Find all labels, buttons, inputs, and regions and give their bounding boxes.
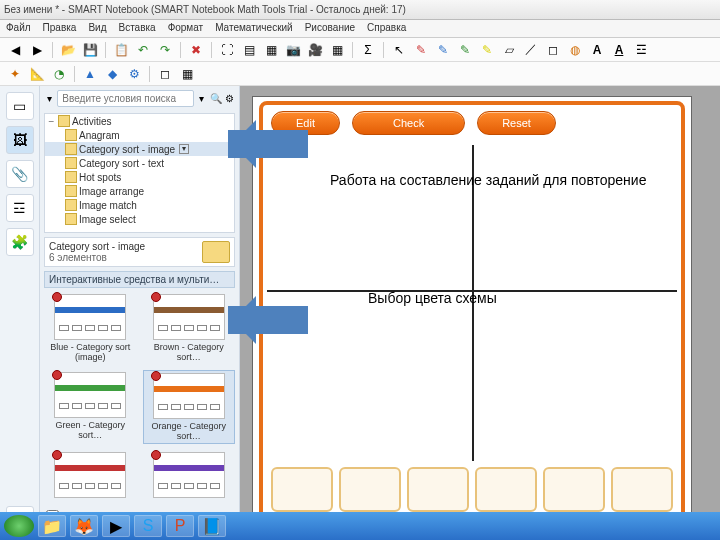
tree-item[interactable]: Image select [45,212,234,226]
fullscreen-icon[interactable]: ⛶ [218,41,236,59]
ruler-icon[interactable]: 📐 [28,65,46,83]
ws-check-button[interactable]: Check [352,111,465,135]
search-go-icon[interactable]: 🔍 [210,92,222,106]
search-settings-icon[interactable]: ⚙ [224,92,235,106]
task-firefox-icon[interactable]: 🦊 [70,515,98,537]
eraser-icon[interactable]: ▱ [500,41,518,59]
sigma-icon[interactable]: Σ [359,41,377,59]
tab-page-sorter[interactable]: ▭ [6,92,34,120]
flash-badge-icon [151,371,161,381]
tree-item[interactable]: Hot spots [45,170,234,184]
graph-icon[interactable]: ▦ [178,65,196,83]
menu-insert[interactable]: Вставка [118,22,155,35]
menu-help[interactable]: Справка [367,22,406,35]
gallery-tree: − Activities AnagramCategory sort - imag… [44,113,235,233]
tab-gallery[interactable]: 🖼 [6,126,34,154]
gallery-thumb[interactable]: Green - Category sort… [44,370,137,444]
shape-icon[interactable]: ◻ [544,41,562,59]
open-icon[interactable]: 📂 [59,41,77,59]
gallery-thumb[interactable]: Orange - Category sort… [143,370,236,444]
dropdown-icon[interactable]: ▾ [196,92,207,106]
dropdown-icon[interactable]: ▾ [179,144,189,154]
task-media-icon[interactable]: ▶ [102,515,130,537]
irregular-icon[interactable]: ◻ [156,65,174,83]
line-icon[interactable]: ／ [522,41,540,59]
nav-next-icon[interactable]: ▶ [28,41,46,59]
folder-icon [58,115,70,127]
collapse-icon[interactable]: − [47,116,56,127]
tab-addons[interactable]: 🧩 [6,228,34,256]
pen-blue-icon[interactable]: ✎ [434,41,452,59]
screenshade-icon[interactable]: ▤ [240,41,258,59]
gallery-thumb[interactable] [44,450,137,502]
ws-cell[interactable] [339,467,401,512]
tree-item[interactable]: Image arrange [45,184,234,198]
mathshape-icon[interactable]: ▲ [81,65,99,83]
worksheet-widget[interactable]: Edit Check Reset [259,101,685,540]
flash-badge-icon [52,370,62,380]
mathshape2-icon[interactable]: ◆ [103,65,121,83]
table-icon[interactable]: ▦ [328,41,346,59]
menu-drawing[interactable]: Рисование [305,22,355,35]
text-icon[interactable]: A [588,41,606,59]
task-powerpoint-icon[interactable]: P [166,515,194,537]
tree-root[interactable]: − Activities [45,114,234,128]
menu-math[interactable]: Математический [215,22,293,35]
ws-cell[interactable] [475,467,537,512]
taskbar: 📁 🦊 ▶ S P 📘 [0,512,720,540]
tree-item[interactable]: Category sort - text [45,156,234,170]
ws-cell[interactable] [611,467,673,512]
tree-item-label: Image arrange [79,186,144,197]
gallery-category-header[interactable]: Интерактивные средства и мульти… [44,271,235,288]
zoom-icon[interactable]: ✦ [6,65,24,83]
page[interactable]: Edit Check Reset [252,96,692,540]
pen-red-icon[interactable]: ✎ [412,41,430,59]
gallery-thumb[interactable] [143,450,236,502]
start-button[interactable] [4,515,34,537]
side-tabs: ▭ 🖼 📎 ☲ 🧩 ↔ [0,86,40,540]
ws-cell[interactable] [271,467,333,512]
capture-icon[interactable]: 📷 [284,41,302,59]
doccam-icon[interactable]: 🎥 [306,41,324,59]
ws-reset-button[interactable]: Reset [477,111,556,135]
textcolor-icon[interactable]: A [610,41,628,59]
protractor-icon[interactable]: ◔ [50,65,68,83]
paste-icon[interactable]: 📋 [112,41,130,59]
highlighter-icon[interactable]: ✎ [478,41,496,59]
search-input[interactable] [57,90,194,107]
thumb-preview [153,452,225,498]
nav-prev-icon[interactable]: ◀ [6,41,24,59]
select-icon[interactable]: ↖ [390,41,408,59]
dualpage-icon[interactable]: ▦ [262,41,280,59]
tree-item[interactable]: Anagram [45,128,234,142]
menu-file[interactable]: Файл [6,22,31,35]
redo-icon[interactable]: ↷ [156,41,174,59]
fill-icon[interactable]: ◍ [566,41,584,59]
ws-cell[interactable] [407,467,469,512]
ws-cell[interactable] [543,467,605,512]
task-explorer-icon[interactable]: 📁 [38,515,66,537]
pen-green-icon[interactable]: ✎ [456,41,474,59]
tree-root-label: Activities [72,116,111,127]
thumb-label: Brown - Category sort… [145,342,234,362]
task-skype-icon[interactable]: S [134,515,162,537]
undo-icon[interactable]: ↶ [134,41,152,59]
folder-icon [65,171,77,183]
callout-arrow-mid [228,306,308,334]
save-icon[interactable]: 💾 [81,41,99,59]
menu-edit[interactable]: Правка [43,22,77,35]
props-icon[interactable]: ☲ [632,41,650,59]
tab-properties[interactable]: ☲ [6,194,34,222]
menu-view[interactable]: Вид [88,22,106,35]
tree-item[interactable]: Image match [45,198,234,212]
flash-badge-icon [151,292,161,302]
tree-item[interactable]: Category sort - image▾ [45,142,234,156]
gallery-thumb[interactable]: Blue - Category sort (image) [44,292,137,364]
annotation-mid: Выбор цвета схемы [368,290,497,307]
delete-icon[interactable]: ✖ [187,41,205,59]
chevron-down-icon[interactable]: ▾ [44,92,55,106]
tab-attachments[interactable]: 📎 [6,160,34,188]
task-smart-icon[interactable]: 📘 [198,515,226,537]
menu-format[interactable]: Формат [168,22,204,35]
mathtool-icon[interactable]: ⚙ [125,65,143,83]
